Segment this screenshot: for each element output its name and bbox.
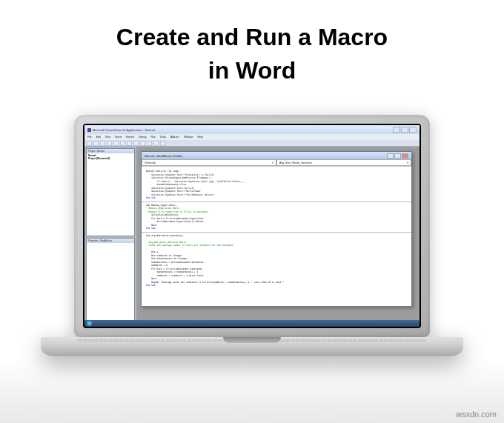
toolbar-paste-icon[interactable] xyxy=(113,141,119,146)
app-title: Microsoft Visual Basic for Applications … xyxy=(93,128,155,132)
menu-debug[interactable]: Debug xyxy=(139,136,146,139)
menu-bar: File Edit View Insert Format Debug Run T… xyxy=(84,134,420,140)
menu-help[interactable]: Help xyxy=(198,136,203,139)
code-line: End Sub xyxy=(146,196,407,200)
menu-view[interactable]: View xyxy=(105,136,111,139)
menu-window[interactable]: Window xyxy=(184,136,193,139)
menu-insert[interactable]: Insert xyxy=(115,136,122,139)
code-window-controls xyxy=(387,153,408,159)
laptop-base xyxy=(41,337,463,356)
window-controls xyxy=(393,127,417,133)
object-dropdown-label: (General) xyxy=(145,161,156,164)
code-maximize-button[interactable] xyxy=(394,153,401,159)
toolbar-run-icon[interactable] xyxy=(140,141,145,146)
code-editor[interactable]: Option Explicit (no comp) Selection.Type… xyxy=(142,167,411,306)
heading-line2: in Word xyxy=(0,54,504,87)
mdi-area: Normal - NewMacros (Code) (General) xyxy=(136,147,420,327)
code-line: End Sub xyxy=(146,227,407,230)
laptop-screen: Microsoft Visual Basic for Applications … xyxy=(84,125,420,327)
menu-file[interactable]: File xyxy=(87,136,92,139)
code-window: Normal - NewMacros (Code) (General) xyxy=(141,151,412,307)
page-heading: Create and Run a Macro in Word xyxy=(0,0,504,87)
minimize-button[interactable] xyxy=(393,127,400,133)
heading-line1: Create and Run a Macro xyxy=(0,21,504,54)
code-window-title: Normal - NewMacros (Code) xyxy=(145,154,182,158)
toolbar-copy-icon[interactable] xyxy=(107,141,112,146)
toolbar-design-icon[interactable] xyxy=(160,141,165,146)
object-dropdown[interactable]: (General) xyxy=(142,159,276,166)
toolbar-view-icon[interactable] xyxy=(87,141,92,146)
laptop-lid: Microsoft Visual Basic for Applications … xyxy=(74,115,430,337)
procedure-dropdown[interactable]: Avg_Num_Words_Sentence xyxy=(276,159,411,166)
windows-taskbar xyxy=(84,320,420,327)
laptop-illustration: Microsoft Visual Basic for Applications … xyxy=(41,115,463,404)
code-dropdown-row: (General) Avg_Num_Words_Sentence xyxy=(142,159,411,167)
code-close-button[interactable] xyxy=(402,153,408,159)
code-line: End Sub xyxy=(146,284,407,287)
project-panel-header: Project - Normal xyxy=(87,149,134,153)
properties-panel-header: Properties - NewMacros xyxy=(87,239,134,243)
start-button-icon[interactable] xyxy=(87,321,92,326)
toolbar-reset-icon[interactable] xyxy=(153,141,159,146)
vba-editor-window: Microsoft Visual Basic for Applications … xyxy=(84,125,420,327)
tree-document1[interactable]: Project (Document1) xyxy=(88,157,133,160)
menu-format[interactable]: Format xyxy=(126,136,134,139)
toolbar-find-icon[interactable] xyxy=(120,141,125,146)
app-titlebar: Microsoft Visual Basic for Applications … xyxy=(84,125,420,134)
code-window-titlebar: Normal - NewMacros (Code) xyxy=(142,152,411,159)
menu-addins[interactable]: Add-Ins xyxy=(170,136,179,139)
toolbar xyxy=(84,140,420,147)
laptop-keyboard-hint xyxy=(78,339,426,342)
maximize-button[interactable] xyxy=(401,127,408,133)
menu-tools[interactable]: Tools xyxy=(160,136,166,139)
project-explorer-panel[interactable]: Project - Normal Normal Project (Documen… xyxy=(86,148,135,236)
toolbar-break-icon[interactable] xyxy=(147,141,152,146)
code-minimize-button[interactable] xyxy=(387,153,394,159)
laptop-bezel: Microsoft Visual Basic for Applications … xyxy=(83,124,421,328)
toolbar-save-icon[interactable] xyxy=(93,141,99,146)
ide-body: Project - Normal Normal Project (Documen… xyxy=(84,147,420,327)
toolbar-redo-icon[interactable] xyxy=(133,141,139,146)
vba-app-icon xyxy=(87,128,91,132)
properties-panel[interactable]: Properties - NewMacros xyxy=(86,238,135,326)
close-button[interactable] xyxy=(409,127,417,133)
toolbar-cut-icon[interactable] xyxy=(100,141,105,146)
sidebar: Project - Normal Normal Project (Documen… xyxy=(84,147,136,327)
menu-edit[interactable]: Edit xyxy=(96,136,101,139)
watermark-text: wsxdn.com xyxy=(456,410,497,419)
menu-run[interactable]: Run xyxy=(150,136,155,139)
procedure-dropdown-label: Avg_Num_Words_Sentence xyxy=(279,161,312,164)
toolbar-undo-icon[interactable] xyxy=(127,141,132,146)
